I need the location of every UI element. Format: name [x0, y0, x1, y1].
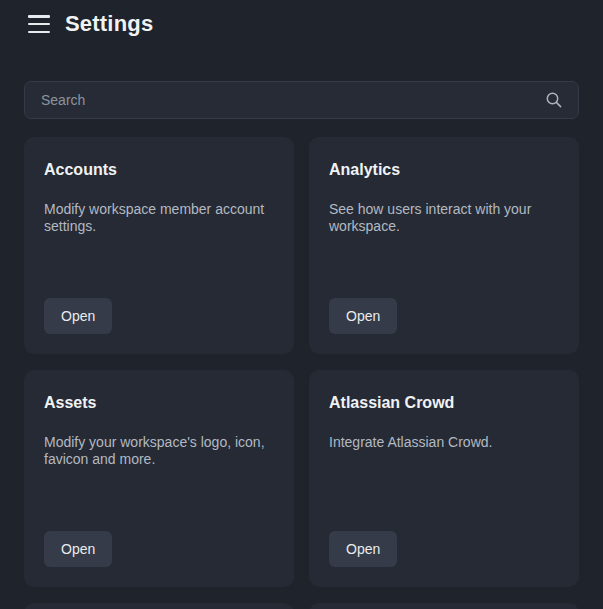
search-bar — [24, 81, 579, 119]
card-description: Modify workspace member account settings… — [44, 201, 274, 235]
card-description: See how users interact with your workspa… — [329, 201, 559, 235]
card-title: Assets — [44, 394, 274, 412]
open-atlassian-crowd-button[interactable]: Open — [329, 531, 397, 567]
card-atlassian-crowd: Atlassian Crowd Integrate Atlassian Crow… — [309, 370, 579, 587]
card-title: Accounts — [44, 161, 274, 179]
search-input[interactable] — [24, 81, 579, 119]
card-accounts: Accounts Modify workspace member account… — [24, 137, 294, 354]
hamburger-bar — [28, 15, 50, 18]
card-analytics: Analytics See how users interact with yo… — [309, 137, 579, 354]
card-partial — [309, 603, 579, 609]
open-assets-button[interactable]: Open — [44, 531, 112, 567]
page-title: Settings — [65, 11, 153, 37]
search-icon[interactable] — [545, 91, 563, 109]
open-analytics-button[interactable]: Open — [329, 298, 397, 334]
card-title: Atlassian Crowd — [329, 394, 559, 412]
hamburger-bar — [28, 23, 50, 26]
card-description: Modify your workspace's logo, icon, favi… — [44, 434, 274, 468]
settings-page: Settings Accounts Modify workspace membe… — [0, 0, 603, 609]
card-description: Integrate Atlassian Crowd. — [329, 434, 559, 451]
card-title: Analytics — [329, 161, 559, 179]
settings-card-grid: Accounts Modify workspace member account… — [24, 137, 579, 609]
hamburger-bar — [28, 31, 50, 34]
header: Settings — [0, 0, 603, 48]
open-accounts-button[interactable]: Open — [44, 298, 112, 334]
card-assets: Assets Modify your workspace's logo, ico… — [24, 370, 294, 587]
card-partial — [24, 603, 294, 609]
hamburger-menu-icon[interactable] — [28, 15, 50, 33]
